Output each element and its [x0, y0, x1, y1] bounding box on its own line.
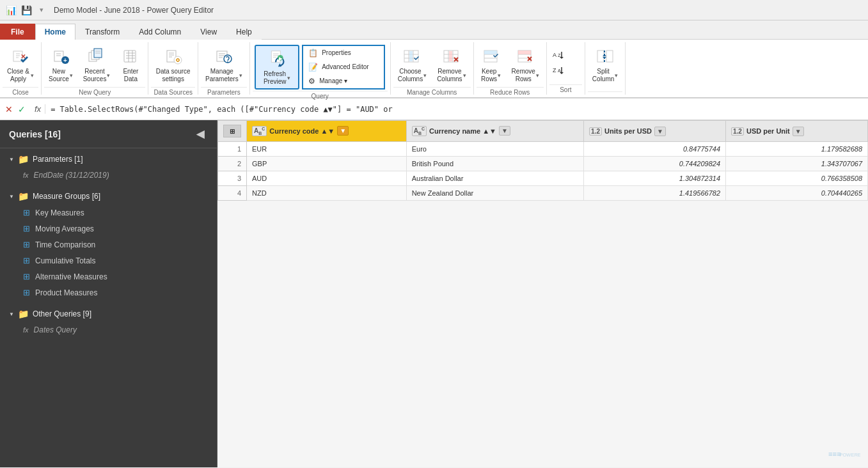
formula-confirm-button[interactable]: ✓: [18, 104, 26, 114]
powerbi-icon: 📊: [5, 4, 17, 16]
measure-groups-folder-icon: 📁: [18, 191, 29, 201]
refresh-preview-icon: ▶: [267, 49, 287, 69]
units-per-usd-filter-button[interactable]: ▼: [654, 127, 666, 136]
undo-icon[interactable]: ▾: [36, 4, 47, 16]
table-header: ⊞ ABC Currency code ▲▼ ▼ ABC: [218, 121, 868, 142]
tab-add-column[interactable]: Add Column: [129, 24, 191, 40]
close-apply-button[interactable]: ✕ Close &Apply ▾: [3, 43, 38, 86]
recent-sources-button[interactable]: RecentSources ▾: [79, 43, 115, 86]
sort-ascending-button[interactable]: A Z: [549, 49, 570, 63]
manage-parameters-icon: [214, 46, 234, 66]
currency-code-col-label: Currency code ▲▼: [269, 127, 335, 135]
refresh-preview-dropdown: ▾: [287, 75, 290, 81]
query-group-label: Query: [253, 91, 388, 100]
svg-rect-15: [124, 51, 136, 62]
sidebar-group-measure-groups[interactable]: ▼ 📁 Measure Groups [6]: [0, 188, 217, 205]
manage-icon: ⚙: [308, 77, 315, 86]
ribbon-group-manage-columns-items: ChooseColumns ▾: [393, 43, 471, 86]
cell-aud-usd: 0.766358508: [726, 171, 868, 186]
sidebar-section-other-queries: ▼ 📁 Other Queries [9] fx Dates Query: [0, 303, 217, 340]
svg-text:+: +: [63, 57, 67, 64]
usd-per-unit-filter-button[interactable]: ▼: [793, 127, 804, 136]
sort-descending-button[interactable]: Z A: [549, 64, 570, 78]
cell-nzd-units: 1.419566782: [584, 186, 726, 201]
tab-help[interactable]: Help: [226, 24, 262, 40]
ribbon-group-reduce-rows-items: KeepRows ▾ RemoveRows: [477, 43, 544, 86]
properties-menu-item[interactable]: 📋 Properties: [303, 46, 384, 60]
row-num-3: 3: [218, 171, 247, 186]
data-area: ⊞ ABC Currency code ▲▼ ▼ ABC: [217, 120, 868, 467]
data-source-settings-button[interactable]: Data sourcesettings: [152, 43, 195, 86]
row-num-1: 1: [218, 142, 247, 157]
cell-nzd-name: New Zealand Dollar: [406, 186, 583, 201]
sidebar-collapse-button[interactable]: ◀: [193, 127, 208, 141]
advanced-editor-menu-item[interactable]: 📝 Advanced Editor: [303, 60, 384, 74]
formula-input[interactable]: = Table.SelectRows(#"Changed Type", each…: [51, 105, 863, 114]
svg-marker-71: [560, 72, 564, 74]
sidebar-item-enddate[interactable]: fx EndDate (31/12/2019): [0, 168, 217, 183]
col-header-currency-code: ABC Currency code ▲▼ ▼: [247, 121, 407, 142]
sidebar-item-dates-query[interactable]: fx Dates Query: [0, 322, 217, 338]
sidebar-item-moving-averages[interactable]: ⊞ Moving Averages: [0, 221, 217, 237]
recent-sources-dropdown: ▾: [107, 72, 110, 79]
manage-parameters-button[interactable]: ManageParameters ▾: [201, 43, 247, 86]
manage-menu-item[interactable]: ⚙ Manage ▾: [303, 74, 384, 88]
time-comparison-label: Time Comparison: [35, 240, 95, 249]
table-row: 2 GBP British Pound 0.744209824 1.343707…: [218, 157, 868, 171]
col-header-usd-per-unit: 1.2 USD per Unit ▼: [726, 121, 868, 142]
sidebar-item-key-measures[interactable]: ⊞ Key Measures: [0, 205, 217, 221]
ribbon-group-manage-columns: ChooseColumns ▾: [391, 42, 474, 95]
currency-name-filter-button[interactable]: ▼: [499, 126, 510, 136]
tab-transform[interactable]: Transform: [75, 24, 129, 40]
sidebar-group-parameters[interactable]: ▼ 📁 Parameters [1]: [0, 151, 217, 168]
choose-columns-button[interactable]: ChooseColumns ▾: [393, 43, 431, 86]
formula-cancel-button[interactable]: ✕: [5, 104, 13, 114]
split-column-button[interactable]: SplitColumn ▾: [588, 43, 622, 86]
svg-rect-61: [518, 51, 531, 54]
other-queries-expand-icon: ▼: [9, 311, 14, 317]
units-per-usd-type-badge: 1.2: [589, 127, 602, 136]
new-source-button[interactable]: + NewSource ▾: [44, 43, 77, 86]
ribbon-group-close: ✕ Close &Apply ▾ Close: [0, 42, 42, 95]
ribbon-group-split-items: SplitColumn ▾: [588, 43, 622, 90]
alternative-measures-label: Alternative Measures: [35, 272, 107, 281]
refresh-preview-button[interactable]: ▶ RefreshPreview ▾: [255, 45, 299, 90]
table-header-row: ⊞ ABC Currency code ▲▼ ▼ ABC: [218, 121, 868, 142]
keep-rows-button[interactable]: KeepRows ▾: [477, 43, 506, 86]
manage-columns-group-label: Manage Columns: [393, 87, 471, 96]
title-bar-icons: 📊 💾 ▾: [5, 4, 47, 16]
title-bar: 📊 💾 ▾ Demo Model - June 2018 - Power Que…: [0, 0, 868, 20]
svg-marker-67: [560, 57, 564, 59]
split-column-label: SplitColumn: [592, 68, 614, 83]
ribbon-group-new-query: + NewSource ▾: [42, 42, 148, 95]
enter-data-button[interactable]: EnterData: [116, 43, 145, 86]
table-corner-header: ⊞: [218, 121, 247, 142]
new-query-group-label: New Query: [44, 87, 145, 96]
table-select-all-button[interactable]: ⊞: [223, 125, 241, 137]
parameters-expand-icon: ▼: [9, 157, 14, 162]
sidebar-group-other-queries[interactable]: ▼ 📁 Other Queries [9]: [0, 306, 217, 322]
save-icon[interactable]: 💾: [20, 4, 32, 16]
keep-rows-label: KeepRows: [481, 68, 497, 83]
ribbon-group-parameters-items: ManageParameters ▾: [201, 43, 247, 86]
sidebar-item-cumulative-totals[interactable]: ⊞ Cumulative Totals: [0, 253, 217, 269]
sidebar-item-product-measures[interactable]: ⊞ Product Measures: [0, 285, 217, 300]
data-source-settings-icon: [163, 46, 184, 66]
tab-home[interactable]: Home: [35, 24, 75, 40]
close-apply-icon: ✕: [10, 46, 31, 66]
product-measures-table-icon: ⊞: [23, 288, 30, 297]
remove-columns-button[interactable]: RemoveColumns ▾: [432, 43, 470, 86]
sidebar-item-time-comparison[interactable]: ⊞ Time Comparison: [0, 237, 217, 253]
measure-groups-label: Measure Groups [6]: [33, 192, 100, 201]
sidebar: Queries [16] ◀ ▼ 📁 Parameters [1] fx End…: [0, 120, 217, 467]
tab-file[interactable]: File: [0, 24, 35, 40]
tab-view[interactable]: View: [191, 24, 226, 40]
currency-code-filter-button[interactable]: ▼: [337, 126, 349, 136]
sidebar-item-alternative-measures[interactable]: ⊞ Alternative Measures: [0, 269, 217, 285]
moving-averages-label: Moving Averages: [35, 224, 94, 233]
remove-rows-button[interactable]: RemoveRows ▾: [507, 43, 544, 86]
data-grid: ⊞ ABC Currency code ▲▼ ▼ ABC: [217, 120, 868, 467]
choose-columns-dropdown: ▾: [423, 72, 427, 79]
cell-eur-usd: 1.179582688: [726, 142, 868, 157]
table-row: 3 AUD Australian Dollar 1.304872314 0.76…: [218, 171, 868, 186]
